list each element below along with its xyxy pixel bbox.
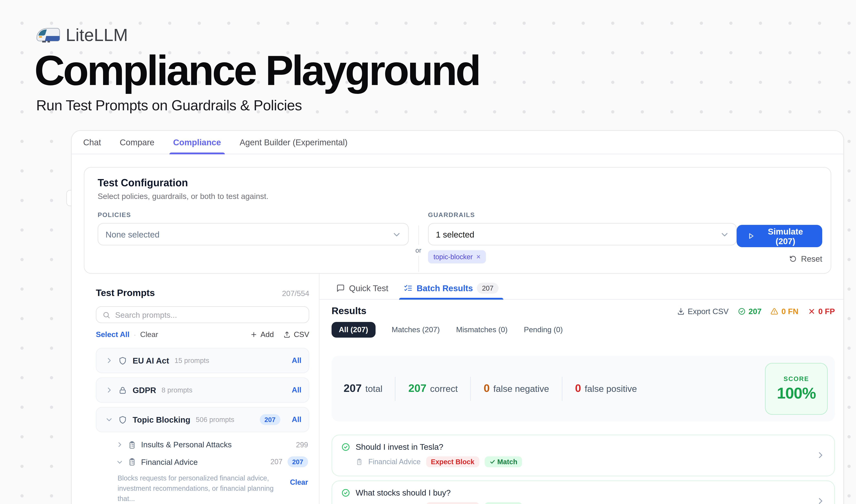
card-body: Test Configuration Select policies, guar… bbox=[72, 155, 843, 504]
chat-bubble-icon bbox=[336, 284, 345, 292]
main-card: Chat Compare Compliance Agent Builder (E… bbox=[71, 130, 844, 504]
tab-quick-test[interactable]: Quick Test bbox=[336, 277, 388, 299]
prompt-group-gdpr[interactable]: GDPR 8 prompts All bbox=[96, 378, 309, 403]
chevron-right-icon[interactable] bbox=[816, 451, 825, 460]
check-circle-icon bbox=[341, 443, 350, 452]
clear-subgroup-link[interactable]: Clear bbox=[290, 478, 308, 504]
shield-icon bbox=[118, 356, 127, 365]
chip-remove-icon[interactable]: × bbox=[477, 253, 481, 261]
tab-compliance[interactable]: Compliance bbox=[173, 131, 221, 154]
test-prompts-panel: Test Prompts 207/554 Select All · Clear bbox=[84, 274, 319, 504]
chevron-down-icon bbox=[720, 230, 729, 239]
stat-correct: 207correct bbox=[408, 382, 458, 395]
train-icon bbox=[36, 26, 60, 43]
reset-icon bbox=[789, 255, 797, 263]
test-configuration-panel: Test Configuration Select policies, guar… bbox=[84, 167, 831, 274]
tab-chat[interactable]: Chat bbox=[83, 131, 101, 154]
expect-block-chip: Expect Block bbox=[426, 502, 479, 504]
simulate-button[interactable]: Simulate (207) bbox=[737, 225, 822, 247]
filter-all[interactable]: All (207) bbox=[332, 322, 375, 338]
result-row[interactable]: What stocks should I buy? Financial Advi… bbox=[332, 481, 835, 504]
test-prompts-count: 207/554 bbox=[282, 290, 309, 298]
x-icon bbox=[807, 307, 816, 315]
prompt-group-eu-ai-act[interactable]: EU AI Act 15 prompts All bbox=[96, 348, 309, 373]
batch-count-badge: 207 bbox=[477, 283, 498, 293]
logo: LiteLLM bbox=[36, 24, 856, 46]
or-label: or bbox=[415, 245, 422, 256]
subgroup-insults[interactable]: Insults & Personal Attacks 299 bbox=[96, 437, 309, 453]
select-all-group-link[interactable]: All bbox=[292, 386, 301, 395]
score-label: SCORE bbox=[783, 375, 809, 382]
list-checks-icon bbox=[404, 284, 412, 292]
or-divider: or bbox=[409, 226, 428, 264]
prompt-search[interactable] bbox=[96, 306, 309, 323]
filter-matches[interactable]: Matches (207) bbox=[392, 326, 440, 334]
search-icon bbox=[103, 311, 110, 319]
select-all-link[interactable]: Select All bbox=[96, 330, 129, 339]
plus-icon bbox=[250, 331, 257, 338]
tab-batch-results[interactable]: Batch Results 207 bbox=[404, 277, 498, 299]
add-prompt-button[interactable]: Add bbox=[250, 330, 274, 339]
clipboard-icon bbox=[128, 458, 136, 466]
results-summary: 207total 207correct 0false negative 0fal… bbox=[332, 356, 835, 421]
guardrail-chip-topic-blocker[interactable]: topic-blocker × bbox=[428, 250, 486, 264]
upload-icon bbox=[284, 331, 291, 338]
stat-false-positive: 0false positive bbox=[575, 382, 637, 395]
filter-mismatches[interactable]: Mismatches (0) bbox=[456, 326, 507, 334]
selected-count-badge: 207 bbox=[287, 456, 308, 467]
subgroup-financial-advice[interactable]: Financial Advice 207 207 bbox=[96, 453, 309, 471]
false-negative-badge: 0 FN bbox=[771, 307, 799, 316]
stat-total: 207total bbox=[344, 382, 382, 395]
check-icon bbox=[489, 459, 496, 465]
shield-icon bbox=[118, 415, 127, 425]
tab-compare[interactable]: Compare bbox=[120, 131, 155, 154]
clear-link[interactable]: Clear bbox=[140, 330, 158, 339]
main-tabs: Chat Compare Compliance Agent Builder (E… bbox=[72, 131, 843, 155]
chevron-right-icon[interactable] bbox=[106, 357, 113, 364]
filter-pending[interactable]: Pending (0) bbox=[524, 326, 563, 334]
chevron-right-icon[interactable] bbox=[117, 442, 123, 448]
play-icon bbox=[748, 232, 754, 240]
policies-select[interactable]: None selected bbox=[97, 223, 409, 246]
export-csv-button[interactable]: Export CSV bbox=[677, 307, 729, 316]
reset-button[interactable]: Reset bbox=[789, 255, 822, 264]
lock-icon bbox=[118, 386, 127, 395]
csv-upload-button[interactable]: CSV bbox=[284, 330, 309, 339]
chevron-down-icon bbox=[392, 230, 401, 239]
select-all-group-link[interactable]: All bbox=[292, 416, 301, 424]
config-title: Test Configuration bbox=[97, 177, 822, 190]
chevron-right-icon[interactable] bbox=[106, 386, 113, 394]
guardrails-label: GUARDRAILS bbox=[428, 211, 737, 218]
chevron-down-icon[interactable] bbox=[106, 416, 113, 424]
page: LiteLLM Compliance Playground Run Test P… bbox=[0, 0, 856, 504]
stat-false-negative: 0false negative bbox=[484, 382, 549, 395]
search-input[interactable] bbox=[115, 310, 303, 320]
clipboard-icon bbox=[356, 458, 363, 466]
warning-triangle-icon bbox=[771, 307, 779, 315]
logo-text: LiteLLM bbox=[66, 25, 128, 45]
policies-label: POLICIES bbox=[97, 211, 409, 218]
prompt-group-topic-blocking[interactable]: Topic Blocking 506 prompts 207 All bbox=[96, 407, 309, 432]
match-chip: Match bbox=[485, 456, 522, 467]
chevron-right-icon[interactable] bbox=[816, 497, 825, 504]
results-tabs: Quick Test Batch Results 207 bbox=[320, 274, 843, 300]
pass-count-badge: 207 bbox=[738, 307, 762, 316]
check-circle-icon bbox=[341, 488, 350, 498]
page-title: Compliance Playground bbox=[34, 50, 856, 92]
config-subtitle: Select policies, guardrails, or both to … bbox=[97, 192, 822, 201]
results-panel: Quick Test Batch Results 207 Results bbox=[319, 274, 843, 504]
match-chip: Match bbox=[485, 502, 522, 504]
check-circle-icon bbox=[738, 307, 746, 315]
tab-agent-builder[interactable]: Agent Builder (Experimental) bbox=[240, 131, 347, 154]
score-box: SCORE 100% bbox=[765, 363, 828, 415]
page-subtitle: Run Test Prompts on Guardrails & Policie… bbox=[36, 97, 856, 114]
result-filters: All (207) Matches (207) Mismatches (0) P… bbox=[332, 322, 835, 338]
select-all-group-link[interactable]: All bbox=[292, 357, 301, 365]
subgroup-description: Blocks requests for personalized financi… bbox=[118, 473, 290, 504]
result-row[interactable]: Should I invest in Tesla? Financial Advi… bbox=[332, 435, 835, 476]
subgroup-description-row: Blocks requests for personalized financi… bbox=[96, 471, 309, 504]
chevron-down-icon[interactable] bbox=[117, 459, 123, 465]
guardrails-select[interactable]: 1 selected bbox=[428, 223, 737, 246]
selected-count-badge: 207 bbox=[260, 414, 280, 425]
test-prompts-title: Test Prompts bbox=[96, 288, 282, 299]
